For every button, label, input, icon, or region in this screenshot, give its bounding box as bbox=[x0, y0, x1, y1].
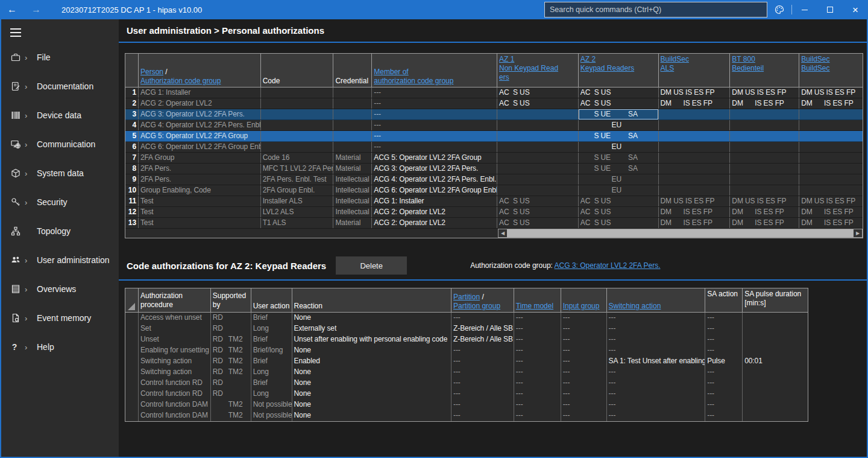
bt800-cell[interactable] bbox=[730, 185, 799, 196]
buildsec-buildsec-link[interactable]: BuildSec bbox=[801, 55, 861, 64]
member-cell[interactable]: --- bbox=[372, 98, 497, 109]
sa-pulse-duration-cell[interactable] bbox=[743, 410, 808, 421]
az1-cell[interactable]: AC S US bbox=[497, 196, 579, 206]
sidebar-item-security[interactable]: › Security bbox=[1, 188, 119, 217]
sa-action-cell[interactable]: --- bbox=[705, 378, 743, 389]
partition-cell[interactable]: --- bbox=[451, 389, 514, 399]
sidebar-item-topology[interactable]: Topology bbox=[1, 217, 119, 246]
switching-action-cell[interactable]: --- bbox=[607, 313, 706, 323]
table-row[interactable]: 2ACG 2: Operator LVL2---AC S USAC S USDM… bbox=[125, 98, 863, 109]
table-row[interactable]: 82FA Pers.MFC T1 LVL2 2FA Pers.MaterialA… bbox=[125, 164, 863, 174]
authorization-procedure-cell[interactable]: Unset bbox=[139, 334, 211, 345]
person-cell[interactable]: Group Enabling, Code bbox=[139, 185, 261, 196]
switching-action-cell[interactable]: --- bbox=[607, 378, 706, 389]
bt800-cell[interactable]: DM IS ES FP bbox=[730, 218, 799, 228]
az1-cell[interactable] bbox=[497, 131, 579, 141]
bt800-cell[interactable] bbox=[730, 109, 799, 119]
supported-by-cell[interactable]: RD bbox=[211, 389, 251, 399]
buildsec-buildsec-cell[interactable]: DM IS ES FP bbox=[799, 98, 863, 109]
buildsec-buildsec-cell[interactable]: DM IS ES FP bbox=[799, 207, 863, 217]
selector-cell[interactable] bbox=[125, 410, 139, 421]
time-model-cell[interactable]: --- bbox=[514, 334, 561, 345]
partition-cell[interactable]: --- bbox=[451, 313, 514, 323]
scroll-right-icon[interactable]: ▶ bbox=[854, 229, 862, 237]
partition-cell[interactable]: --- bbox=[451, 399, 514, 410]
person-cell[interactable]: ACG 1: Installer bbox=[139, 87, 261, 98]
scroll-left-icon[interactable]: ◀ bbox=[498, 229, 507, 237]
authorization-procedure-cell[interactable]: Control function DAM bbox=[139, 410, 211, 421]
reaction-cell[interactable]: None bbox=[292, 389, 452, 399]
code-cell[interactable] bbox=[261, 87, 334, 98]
supported-by-cell[interactable]: RD bbox=[211, 313, 251, 323]
time-model-cell[interactable]: --- bbox=[514, 389, 561, 399]
sidebar-item-help[interactable]: ? › Help bbox=[1, 332, 119, 361]
az2-cell[interactable]: S UE SA bbox=[579, 153, 659, 163]
buildsec-buildsec-cell[interactable]: DM US IS ES FP bbox=[799, 196, 863, 206]
table-row[interactable]: 4ACG 4: Operator LVL2 2FA Pers. Enbl.---… bbox=[125, 120, 863, 131]
theme-palette-icon[interactable] bbox=[767, 0, 791, 19]
authorization-code-group-link[interactable]: Authorization code group bbox=[140, 77, 259, 86]
user-action-cell[interactable]: Brief/long bbox=[251, 345, 292, 356]
sidebar-item-user-administration[interactable]: › User administration bbox=[1, 246, 119, 275]
member-cell[interactable]: --- bbox=[372, 142, 497, 152]
scrollbar-thumb[interactable] bbox=[507, 229, 854, 237]
row-number-cell[interactable]: 9 bbox=[125, 174, 139, 185]
menu-icon[interactable] bbox=[1, 19, 119, 43]
buildsec-als-link[interactable]: BuildSec bbox=[661, 55, 728, 64]
authorization-procedure-cell[interactable]: Access when unset bbox=[139, 313, 211, 323]
buildsec-buildsec-link2[interactable]: BuildSec bbox=[801, 64, 861, 73]
user-action-cell[interactable]: Long bbox=[251, 367, 292, 378]
az1-cell[interactable]: AC S US bbox=[497, 218, 579, 228]
sa-action-cell[interactable]: --- bbox=[705, 313, 743, 323]
acg-selected-link[interactable]: ACG 3: Operator LVL2 2FA Pers. bbox=[555, 261, 661, 270]
table-row[interactable]: Switching actionRDTM2BriefEnabled-------… bbox=[125, 356, 808, 367]
delete-button[interactable]: Delete bbox=[336, 256, 407, 275]
az2-link[interactable]: AZ 2 bbox=[580, 55, 656, 64]
row-number-cell[interactable]: 8 bbox=[125, 164, 139, 174]
input-group-cell[interactable]: --- bbox=[561, 356, 607, 367]
user-action-cell[interactable]: Brief bbox=[251, 378, 292, 389]
az1-cell[interactable] bbox=[497, 120, 579, 130]
selector-cell[interactable] bbox=[125, 323, 139, 334]
credential-cell[interactable] bbox=[333, 142, 372, 152]
bt800-link2[interactable]: Bedienteil bbox=[732, 64, 797, 73]
table-row[interactable]: 92FA Pers.2FA Pers. Enbl. TestIntellectu… bbox=[125, 174, 863, 185]
close-button[interactable]: × bbox=[843, 0, 868, 19]
member-cell[interactable]: ACG 5: Operator LVL2 2FA Group bbox=[372, 153, 497, 163]
input-group-cell[interactable]: --- bbox=[561, 323, 607, 334]
az2-cell[interactable]: EU bbox=[579, 142, 659, 152]
maximize-button[interactable] bbox=[817, 0, 843, 19]
table-row[interactable]: Access when unsetRDBriefNone------------… bbox=[125, 313, 808, 323]
az1-cell[interactable]: AC S US bbox=[497, 87, 579, 98]
az2-cell[interactable]: S UE SA bbox=[579, 164, 659, 174]
az2-cell[interactable]: EU bbox=[579, 120, 659, 130]
az2-cell[interactable]: AC S US bbox=[579, 98, 659, 109]
buildsec-buildsec-cell[interactable] bbox=[799, 120, 863, 130]
authorization-procedure-cell[interactable]: Control function RD bbox=[139, 389, 211, 399]
buildsec-als-link2[interactable]: ALS bbox=[661, 64, 728, 73]
user-action-cell[interactable]: Not possible bbox=[251, 410, 292, 421]
sa-pulse-duration-cell[interactable]: 00:01 bbox=[743, 356, 808, 367]
time-model-cell[interactable]: --- bbox=[514, 410, 561, 421]
selector-cell[interactable] bbox=[125, 389, 139, 399]
code-cell[interactable]: MFC T1 LVL2 2FA Pers. bbox=[261, 164, 334, 174]
user-action-cell[interactable]: Brief bbox=[251, 356, 292, 367]
reaction-cell[interactable]: None bbox=[292, 345, 452, 356]
buildsec-als-cell[interactable] bbox=[659, 120, 731, 130]
code-cell[interactable]: Installer ALS bbox=[261, 196, 334, 206]
supported-by-cell[interactable]: RDTM2 bbox=[211, 367, 251, 378]
supported-by-cell[interactable]: RDTM2 bbox=[211, 345, 251, 356]
az2-cell[interactable]: EU bbox=[579, 174, 659, 185]
sidebar-item-device-data[interactable]: › Device data bbox=[1, 101, 119, 130]
authorization-procedure-cell[interactable]: Set bbox=[139, 323, 211, 334]
row-number-cell[interactable]: 5 bbox=[125, 131, 139, 141]
az2-cell[interactable]: AC S US bbox=[579, 218, 659, 228]
person-cell[interactable]: ACG 6: Operator LVL2 2FA Group Enbl. bbox=[139, 142, 261, 152]
row-number-cell[interactable]: 10 bbox=[125, 185, 139, 196]
az1-cell[interactable] bbox=[497, 164, 579, 174]
az1-cell[interactable] bbox=[497, 174, 579, 185]
credential-cell[interactable]: Material bbox=[333, 218, 372, 228]
bt800-cell[interactable]: DM US IS ES FP bbox=[730, 196, 799, 206]
buildsec-als-cell[interactable]: DM IS ES FP bbox=[659, 98, 731, 109]
bt800-cell[interactable]: DM IS ES FP bbox=[730, 98, 799, 109]
